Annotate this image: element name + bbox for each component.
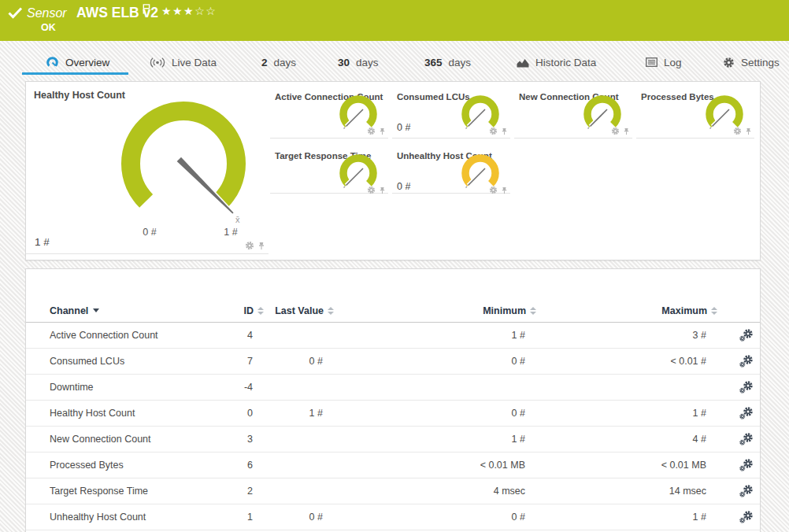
settings-icon bbox=[723, 57, 735, 68]
column-header-minimum[interactable]: Minimum bbox=[323, 305, 525, 316]
gauge-title: Consumed LCUs bbox=[397, 92, 470, 102]
channel-maximum-cell: 1 # bbox=[525, 408, 706, 419]
column-header-id[interactable]: ID bbox=[231, 305, 253, 316]
channel-minimum-cell: 4 msec bbox=[323, 486, 525, 497]
channel-minimum-cell: 1 # bbox=[323, 434, 525, 445]
gear-icon[interactable] bbox=[611, 127, 620, 135]
pin-icon[interactable] bbox=[379, 187, 386, 194]
channel-name-cell: Consumed LCUs bbox=[26, 356, 231, 367]
channel-settings-button[interactable] bbox=[739, 381, 760, 393]
tab-2-days[interactable]: 2 days bbox=[261, 53, 296, 72]
gauge-title: Processed Bytes bbox=[641, 92, 714, 102]
tab-log[interactable]: Log bbox=[646, 53, 682, 72]
sensor-page: Sensor AWS ELB v2 ★★★☆☆ OK Overview Live bbox=[0, 0, 789, 532]
channel-name-cell: Target Response Time bbox=[26, 486, 231, 497]
channel-name-cell: Active Connection Count bbox=[26, 330, 231, 341]
tab-number: 365 bbox=[424, 57, 443, 68]
column-label: Maximum bbox=[661, 305, 707, 316]
live-data-icon bbox=[150, 57, 165, 68]
column-label: Last Value bbox=[275, 305, 324, 316]
flag-icon bbox=[143, 4, 150, 14]
table-row: Active Connection Count 4 1 # 3 # bbox=[26, 323, 760, 349]
historic-data-icon bbox=[517, 57, 529, 68]
tab-historic-data[interactable]: Historic Data bbox=[517, 53, 596, 72]
channel-name-cell: Processed Bytes bbox=[26, 460, 231, 471]
sensor-type-label: Sensor bbox=[27, 6, 67, 20]
pin-icon[interactable] bbox=[745, 127, 752, 135]
stars-filled: ★★★ bbox=[161, 5, 194, 17]
channel-minimum-cell: 0 # bbox=[323, 512, 525, 523]
channel-id-cell: 2 bbox=[231, 486, 253, 497]
tab-365-days[interactable]: 365 days bbox=[424, 53, 471, 72]
pin-icon[interactable] bbox=[623, 127, 630, 135]
gauge-cell-active-connection-count: Active Connection Count bbox=[270, 89, 388, 139]
sensor-header: Sensor AWS ELB v2 ★★★☆☆ OK bbox=[0, 0, 789, 41]
pin-icon[interactable] bbox=[257, 242, 265, 250]
active-tab-indicator bbox=[22, 72, 128, 75]
channel-settings-button[interactable] bbox=[739, 355, 760, 368]
column-header-channel[interactable]: Channel bbox=[26, 305, 231, 316]
channel-minimum-cell: 1 # bbox=[323, 330, 525, 341]
channel-maximum-cell: < 0.01 # bbox=[525, 356, 706, 367]
channel-settings-icon bbox=[739, 355, 754, 368]
tab-label: days bbox=[356, 57, 379, 68]
channel-settings-button[interactable] bbox=[739, 459, 760, 471]
channel-settings-icon bbox=[739, 459, 754, 471]
tab-overview[interactable]: Overview bbox=[46, 53, 109, 72]
channel-settings-icon bbox=[739, 407, 754, 419]
pin-icon[interactable] bbox=[501, 187, 508, 194]
table-header-row: Channel ID Last Value Minimum Maximum bbox=[26, 299, 760, 323]
star-rating[interactable]: ★★★☆☆ bbox=[161, 5, 217, 17]
tab-label: Settings bbox=[741, 57, 780, 68]
table-row: Processed Bytes 6 < 0.01 MB < 0.01 MB bbox=[26, 453, 760, 478]
sort-arrows-icon bbox=[711, 307, 717, 315]
channel-id-cell: 1 bbox=[231, 512, 253, 523]
channel-id-cell: 0 bbox=[231, 408, 253, 419]
channel-settings-button[interactable] bbox=[739, 485, 760, 497]
gauge-cell-new-connection-count: New Connection Count bbox=[514, 89, 632, 139]
channel-settings-button[interactable] bbox=[739, 511, 760, 523]
channel-minimum-cell: < 0.01 MB bbox=[323, 460, 525, 471]
gauge-value: 0 # bbox=[397, 181, 410, 192]
tab-settings[interactable]: Settings bbox=[723, 53, 780, 72]
channel-settings-icon bbox=[739, 511, 754, 523]
gear-icon[interactable] bbox=[733, 127, 742, 135]
tab-live-data[interactable]: Live Data bbox=[150, 53, 217, 72]
table-row: Unhealthy Host Count 1 0 # 0 # 1 # bbox=[26, 504, 760, 530]
tab-label: Live Data bbox=[172, 57, 217, 68]
gauge-cell-processed-bytes: Processed Bytes bbox=[636, 89, 754, 139]
channel-settings-button[interactable] bbox=[739, 433, 760, 445]
channel-settings-icon bbox=[739, 329, 754, 342]
gauge-value: 1 # bbox=[35, 236, 50, 248]
channel-settings-button[interactable] bbox=[739, 329, 760, 342]
channel-minimum-cell: 0 # bbox=[323, 356, 525, 367]
gear-icon[interactable] bbox=[489, 186, 498, 194]
tab-label: Overview bbox=[65, 57, 109, 68]
channel-id-cell: -4 bbox=[231, 382, 253, 393]
channel-maximum-cell: 1 # bbox=[525, 512, 706, 523]
tab-number: 30 bbox=[338, 57, 350, 68]
gear-icon[interactable] bbox=[489, 127, 498, 135]
table-row: Healthy Host Count 0 1 # 0 # 1 # bbox=[26, 401, 760, 427]
channel-name-cell: Healthy Host Count bbox=[26, 408, 231, 419]
channel-maximum-cell: 3 # bbox=[525, 330, 706, 341]
column-label: Minimum bbox=[483, 305, 526, 316]
channel-id-cell: 4 bbox=[231, 330, 253, 341]
gear-icon[interactable] bbox=[367, 127, 376, 135]
tab-30-days[interactable]: 30 days bbox=[338, 53, 379, 72]
pin-icon[interactable] bbox=[501, 127, 508, 135]
channel-settings-icon bbox=[739, 485, 754, 497]
gear-icon[interactable] bbox=[245, 241, 254, 250]
column-header-last-value[interactable]: Last Value bbox=[253, 305, 323, 316]
channel-id-cell: 7 bbox=[231, 356, 253, 367]
gear-icon[interactable] bbox=[367, 186, 376, 194]
channel-last-value-cell: 1 # bbox=[253, 408, 323, 419]
channel-last-value-cell: 0 # bbox=[253, 356, 323, 367]
channel-settings-button[interactable] bbox=[739, 407, 760, 419]
pin-icon[interactable] bbox=[379, 127, 386, 135]
column-header-maximum[interactable]: Maximum bbox=[525, 305, 706, 316]
page-content: Overview Live Data 2 days 30 days 365 da… bbox=[0, 41, 789, 532]
channels-panel: Channel ID Last Value Minimum Maximum bbox=[25, 268, 761, 532]
table-row: New Connection Count 3 1 # 4 # bbox=[26, 427, 760, 453]
tab-label: Log bbox=[664, 57, 682, 68]
